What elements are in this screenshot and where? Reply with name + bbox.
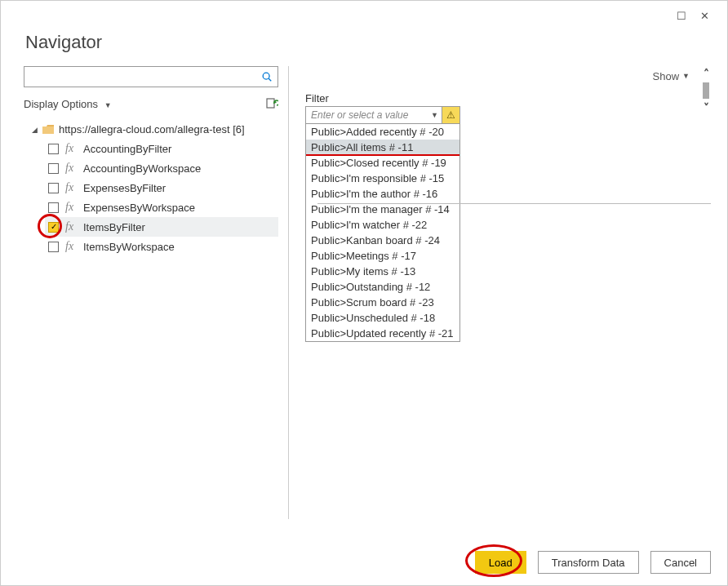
checkbox[interactable] <box>48 163 59 174</box>
load-button[interactable]: Load <box>475 551 526 574</box>
filter-warning-button[interactable]: ⚠ <box>442 106 460 124</box>
filter-option[interactable]: Public>Updated recently # -21 <box>306 326 459 341</box>
scroll-up-icon[interactable]: ˄ <box>699 66 712 81</box>
display-options-dropdown[interactable]: Display Options ▼ <box>24 98 112 110</box>
scrollbar[interactable]: ˄ ˅ <box>698 66 714 519</box>
filter-option[interactable]: Public>All items # -11 <box>306 140 459 155</box>
fx-icon: fx <box>65 142 78 155</box>
checkbox[interactable] <box>48 144 59 154</box>
chevron-down-icon: ▼ <box>431 111 438 119</box>
filter-option[interactable]: Public>Kanban board # -24 <box>306 233 459 248</box>
filter-label: Filter <box>305 92 460 104</box>
right-panel: Show ▼ Filter Enter or select a value ▼ … <box>289 66 714 519</box>
tree-item-label: AccountingByWorkspace <box>83 162 201 175</box>
filter-option[interactable]: Public>Outstanding # -12 <box>306 279 459 295</box>
maximize-icon[interactable]: ☐ <box>670 7 693 24</box>
tree-item-label: ItemsByFilter <box>83 221 145 233</box>
tree-item[interactable]: fxAccountingByFilter <box>45 139 278 158</box>
caret-down-icon: ◢ <box>32 126 38 134</box>
filter-option[interactable]: Public>Meetings # -17 <box>306 248 459 264</box>
filter-placeholder: Enter or select a value <box>311 109 408 121</box>
tree-item-label: ItemsByWorkspace <box>83 241 175 253</box>
svg-rect-3 <box>42 127 54 134</box>
filter-combobox[interactable]: Enter or select a value ▼ <box>305 106 442 124</box>
tree-item-label: ExpensesByWorkspace <box>83 202 195 214</box>
checkbox[interactable] <box>48 183 59 193</box>
filter-dropdown-list: Public>Added recently # -20Public>All it… <box>305 124 460 342</box>
filter-option[interactable]: Public>My items # -13 <box>306 264 459 279</box>
filter-option[interactable]: Public>Scrum board # -23 <box>306 295 459 310</box>
tree-item-label: ExpensesByFilter <box>83 182 166 194</box>
fx-icon: fx <box>65 162 78 175</box>
filter-option[interactable]: Public>I'm watcher # -22 <box>306 217 459 233</box>
divider <box>317 203 711 204</box>
show-dropdown[interactable]: Show ▼ <box>305 66 693 86</box>
chevron-down-icon: ▼ <box>104 101 112 109</box>
tree: ◢ https://allegra-cloud.com/allegra-test… <box>24 120 278 256</box>
svg-rect-2 <box>267 99 274 108</box>
navigator-window: ☐ ✕ Navigator Display Options ▼ <box>0 0 728 586</box>
fx-icon: fx <box>65 181 78 194</box>
page-title: Navigator <box>1 24 727 66</box>
tree-item[interactable]: fxItemsByWorkspace <box>45 237 278 256</box>
chevron-down-icon: ▼ <box>682 72 690 80</box>
titlebar: ☐ ✕ <box>1 1 727 24</box>
refresh-icon[interactable] <box>265 97 278 110</box>
scroll-thumb[interactable] <box>703 82 709 99</box>
filter-option[interactable]: Public>Unscheduled # -18 <box>306 310 459 326</box>
search-input[interactable] <box>29 70 261 84</box>
filter-option[interactable]: Public>I'm the author # -16 <box>306 186 459 202</box>
tree-root[interactable]: ◢ https://allegra-cloud.com/allegra-test… <box>24 120 278 139</box>
cancel-button[interactable]: Cancel <box>650 551 711 574</box>
filter-option[interactable]: Public>Added recently # -20 <box>306 124 459 140</box>
tree-item[interactable]: ✓fxItemsByFilter <box>45 217 278 237</box>
footer-buttons: Load Transform Data Cancel <box>475 551 711 574</box>
tree-root-label: https://allegra-cloud.com/allegra-test [… <box>59 123 245 135</box>
checkbox[interactable] <box>48 242 59 252</box>
fx-icon: fx <box>65 220 78 233</box>
checkbox[interactable]: ✓ <box>48 222 59 233</box>
svg-point-0 <box>263 73 269 79</box>
fx-icon: fx <box>65 201 78 214</box>
folder-icon <box>42 125 54 135</box>
search-icon[interactable] <box>261 71 273 82</box>
svg-line-1 <box>269 78 271 81</box>
display-options-label: Display Options <box>24 98 98 110</box>
warning-icon: ⚠ <box>446 109 455 121</box>
search-input-wrap[interactable] <box>24 66 278 87</box>
transform-data-button[interactable]: Transform Data <box>538 551 639 574</box>
show-label: Show <box>653 70 680 82</box>
tree-item[interactable]: fxAccountingByWorkspace <box>45 158 278 178</box>
tree-item-label: AccountingByFilter <box>83 143 171 155</box>
filter-option[interactable]: Public>Closed recently # -19 <box>306 155 459 171</box>
tree-item[interactable]: fxExpensesByWorkspace <box>45 198 278 217</box>
scroll-down-icon[interactable]: ˅ <box>699 100 712 115</box>
checkbox[interactable] <box>48 202 59 213</box>
left-panel: Display Options ▼ ◢ https://allegra-cl <box>24 66 289 519</box>
filter-option[interactable]: Public>I'm responsible # -15 <box>306 171 459 186</box>
fx-icon: fx <box>65 240 78 253</box>
close-icon[interactable]: ✕ <box>693 7 716 24</box>
tree-item[interactable]: fxExpensesByFilter <box>45 178 278 198</box>
